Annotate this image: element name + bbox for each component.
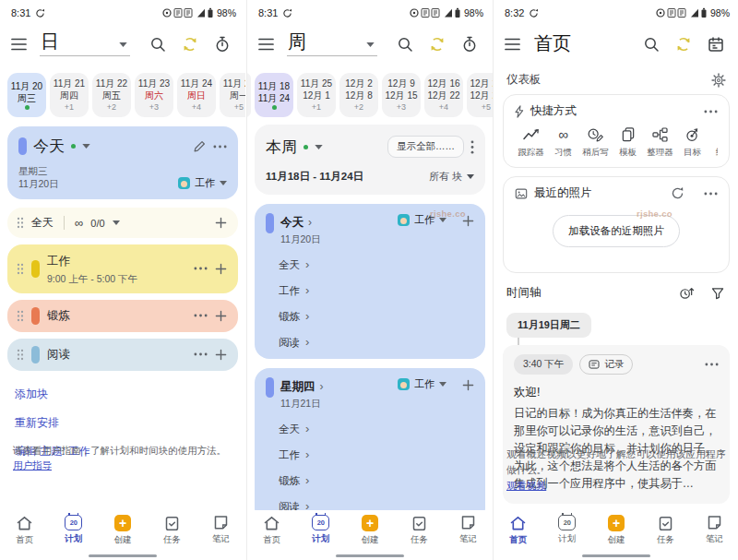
calendar-icon[interactable] bbox=[708, 36, 724, 53]
section-row[interactable]: 锻炼› bbox=[266, 474, 474, 488]
chevron-down-icon[interactable] bbox=[315, 145, 323, 149]
timeline-date-chip[interactable]: 11月19日周二 bbox=[506, 313, 591, 338]
nav-home[interactable]: 首页 bbox=[247, 515, 296, 546]
shortcut-stats[interactable]: 统计 bbox=[708, 127, 718, 159]
section-row[interactable]: 工作› bbox=[266, 284, 474, 298]
timer-icon[interactable] bbox=[214, 36, 231, 53]
drag-handle-icon[interactable] bbox=[17, 263, 24, 275]
nav-plan[interactable]: 20 计划 bbox=[296, 515, 345, 545]
add-icon[interactable] bbox=[215, 263, 227, 275]
entry-type-chip[interactable]: 记录 bbox=[579, 354, 633, 375]
section-row[interactable]: 锻炼› bbox=[266, 310, 474, 324]
entry-time-chip[interactable]: 3:40 下午 bbox=[514, 354, 573, 375]
timer-icon[interactable] bbox=[461, 36, 478, 53]
block-exercise[interactable]: 锻炼 bbox=[7, 300, 238, 332]
sync-icon[interactable] bbox=[675, 36, 692, 53]
day-card-today[interactable]: 今天›11月20日 工作 全天› 工作› 锻炼› 阅读› bbox=[255, 204, 485, 359]
nav-tasks[interactable]: 任务 bbox=[148, 515, 196, 546]
chevron-down-icon[interactable] bbox=[113, 220, 120, 225]
more-icon[interactable] bbox=[704, 192, 718, 196]
search-icon[interactable] bbox=[149, 36, 166, 53]
shortcut-organizer[interactable]: 整理器 bbox=[644, 127, 676, 159]
date-tab[interactable]: 11月 22周五+2 bbox=[92, 73, 131, 117]
sync-icon[interactable] bbox=[429, 36, 446, 53]
menu-icon[interactable] bbox=[11, 38, 27, 51]
shortcut-templates[interactable]: 模板 bbox=[612, 127, 644, 159]
load-photos-button[interactable]: 加载设备的近期照片 bbox=[553, 215, 680, 247]
refresh-icon[interactable] bbox=[671, 186, 684, 200]
filter-icon[interactable] bbox=[711, 287, 724, 300]
date-tab[interactable]: 11月 25周一+5 bbox=[220, 73, 245, 117]
shortcut-habits[interactable]: ∞ 习惯 bbox=[547, 127, 579, 159]
week-tab-partial[interactable] bbox=[247, 73, 251, 117]
week-tab[interactable]: 12月 912月 15+3 bbox=[382, 73, 421, 117]
more-vertical-icon[interactable] bbox=[470, 140, 474, 154]
view-switcher[interactable]: 日 bbox=[40, 32, 130, 56]
blocks-filter[interactable]: 所有 块 bbox=[429, 170, 474, 184]
shortcut-goals[interactable]: 目标 bbox=[676, 127, 708, 159]
week-tab[interactable]: 12月 1612月 22+4 bbox=[424, 73, 463, 117]
section-row[interactable]: 阅读› bbox=[266, 336, 474, 350]
add-icon[interactable] bbox=[215, 217, 227, 229]
shortcut-tracker[interactable]: 跟踪器 bbox=[515, 127, 547, 159]
menu-icon[interactable] bbox=[505, 38, 520, 51]
date-tab[interactable]: 11月 24周日+4 bbox=[177, 73, 216, 117]
more-icon[interactable] bbox=[194, 314, 208, 317]
date-tab-selected[interactable]: 11月 20周三 bbox=[7, 73, 46, 117]
nav-tasks[interactable]: 任务 bbox=[395, 515, 444, 546]
more-icon[interactable] bbox=[194, 267, 208, 270]
home-indicator[interactable] bbox=[336, 554, 404, 558]
week-tab[interactable]: 12月 212月 8+2 bbox=[339, 73, 378, 117]
section-row[interactable]: 全天› bbox=[266, 423, 474, 436]
week-tab[interactable]: 12月 2312月 29+5 bbox=[467, 73, 493, 117]
add-icon[interactable] bbox=[215, 310, 227, 322]
block-work[interactable]: 工作9:00 上午 - 5:00 下午 bbox=[7, 244, 238, 292]
add-block-link[interactable]: 添加块 bbox=[15, 387, 245, 402]
drag-handle-icon[interactable] bbox=[17, 349, 24, 361]
sort-timeline-icon[interactable] bbox=[679, 286, 695, 300]
week-tab-selected[interactable]: 11月 1811月 24 bbox=[255, 73, 293, 117]
search-icon[interactable] bbox=[643, 36, 660, 53]
day-card-thursday[interactable]: 星期四›11月21日 工作 全天› 工作› 锻炼› 阅读› bbox=[255, 368, 485, 523]
chevron-down-icon[interactable] bbox=[82, 144, 90, 149]
drag-handle-icon[interactable] bbox=[17, 310, 24, 322]
user-guide-link[interactable]: 用户指导 bbox=[13, 459, 52, 471]
date-tab[interactable]: 11月 23周六+3 bbox=[135, 73, 173, 117]
today-card[interactable]: 今天 星期三11月20日 工作 bbox=[7, 126, 238, 199]
date-tab[interactable]: 11月 21周四+1 bbox=[50, 73, 89, 117]
nav-create[interactable]: + 创建 bbox=[98, 515, 147, 546]
more-icon[interactable] bbox=[705, 363, 719, 366]
week-tab[interactable]: 11月 2512月 1+1 bbox=[297, 73, 336, 117]
settings-icon[interactable] bbox=[711, 73, 726, 88]
home-indicator[interactable] bbox=[89, 554, 157, 558]
theme-badge[interactable]: 工作 bbox=[178, 176, 227, 190]
search-icon[interactable] bbox=[397, 36, 413, 53]
shortcut-write-later[interactable]: 稍后写 bbox=[579, 127, 612, 159]
nav-notes[interactable]: 笔记 bbox=[196, 515, 245, 545]
view-switcher[interactable]: 周 bbox=[287, 32, 377, 56]
section-row[interactable]: 全天› bbox=[266, 258, 474, 272]
home-indicator[interactable] bbox=[582, 554, 650, 558]
more-icon[interactable] bbox=[194, 352, 208, 356]
nav-home[interactable]: 首页 bbox=[0, 515, 49, 546]
reschedule-link[interactable]: 重新安排 bbox=[15, 415, 245, 431]
nav-notes[interactable]: 笔记 bbox=[690, 515, 738, 545]
nav-home[interactable]: 首页 bbox=[494, 515, 542, 546]
nav-plan[interactable]: 20 计划 bbox=[49, 515, 98, 545]
nav-tasks[interactable]: 任务 bbox=[641, 515, 690, 546]
add-icon[interactable] bbox=[462, 379, 474, 391]
menu-icon[interactable] bbox=[258, 38, 274, 51]
allday-row[interactable]: 全天 ∞ 0/0 bbox=[7, 208, 238, 238]
watch-video-link[interactable]: 观看视频 bbox=[506, 478, 546, 494]
this-week-card[interactable]: 本周 显示全部…… 11月18日 - 11月24日 所有 块 bbox=[255, 125, 485, 195]
block-reading[interactable]: 阅读 bbox=[7, 339, 238, 371]
more-icon[interactable] bbox=[213, 145, 227, 149]
drag-handle-icon[interactable] bbox=[17, 217, 24, 229]
section-row[interactable]: 工作› bbox=[266, 448, 474, 462]
show-all-button[interactable]: 显示全部…… bbox=[387, 136, 464, 158]
theme-badge[interactable]: 工作 bbox=[398, 377, 446, 391]
nav-create[interactable]: + 创建 bbox=[591, 515, 640, 546]
edit-icon[interactable] bbox=[193, 139, 207, 153]
nav-create[interactable]: + 创建 bbox=[345, 515, 394, 546]
nav-plan[interactable]: 20 计划 bbox=[542, 515, 591, 545]
